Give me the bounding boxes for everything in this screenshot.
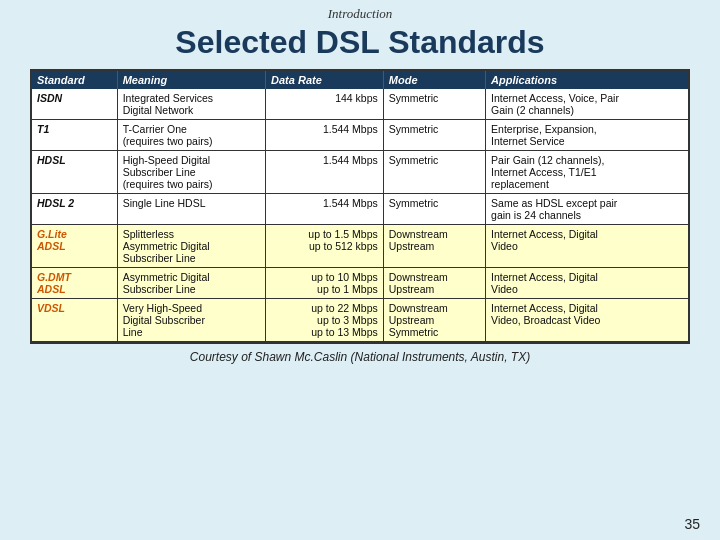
cell-applications: Internet Access, Digital Video, Broadcas… bbox=[486, 299, 688, 342]
cell-standard: ISDN bbox=[32, 89, 117, 120]
cell-standard: HDSL bbox=[32, 151, 117, 194]
cell-standard: T1 bbox=[32, 120, 117, 151]
cell-data-rate: 1.544 Mbps bbox=[266, 151, 384, 194]
cell-mode: Symmetric bbox=[383, 89, 485, 120]
cell-applications: Internet Access, Digital Video bbox=[486, 268, 688, 299]
cell-meaning: Integrated Services Digital Network bbox=[117, 89, 265, 120]
table-row: T1T-Carrier One (requires two pairs)1.54… bbox=[32, 120, 688, 151]
page-container: Introduction Selected DSL Standards Stan… bbox=[0, 0, 720, 540]
cell-meaning: Splitterless Asymmetric Digital Subscrib… bbox=[117, 225, 265, 268]
col-header-applications: Applications bbox=[486, 71, 688, 89]
table-row: G.DMT ADSLAsymmetric Digital Subscriber … bbox=[32, 268, 688, 299]
cell-mode: Symmetric bbox=[383, 194, 485, 225]
standards-table: Standard Meaning Data Rate Mode Applicat… bbox=[32, 71, 688, 342]
cell-applications: Same as HDSL except pair gain is 24 chan… bbox=[486, 194, 688, 225]
page-number: 35 bbox=[684, 516, 700, 532]
cell-standard: G.DMT ADSL bbox=[32, 268, 117, 299]
cell-mode: Symmetric bbox=[383, 120, 485, 151]
cell-mode: Downstream Upstream Symmetric bbox=[383, 299, 485, 342]
intro-label: Introduction bbox=[328, 6, 393, 22]
cell-data-rate: up to 1.5 Mbps up to 512 kbps bbox=[266, 225, 384, 268]
table-row: HDSLHigh-Speed Digital Subscriber Line (… bbox=[32, 151, 688, 194]
cell-applications: Enterprise, Expansion, Internet Service bbox=[486, 120, 688, 151]
cell-standard: G.Lite ADSL bbox=[32, 225, 117, 268]
cell-applications: Internet Access, Digital Video bbox=[486, 225, 688, 268]
cell-meaning: Single Line HDSL bbox=[117, 194, 265, 225]
cell-mode: Downstream Upstream bbox=[383, 268, 485, 299]
cell-data-rate: up to 10 Mbps up to 1 Mbps bbox=[266, 268, 384, 299]
cell-data-rate: 1.544 Mbps bbox=[266, 194, 384, 225]
page-title: Selected DSL Standards bbox=[175, 24, 544, 61]
table-row: HDSL 2Single Line HDSL1.544 MbpsSymmetri… bbox=[32, 194, 688, 225]
cell-data-rate: 1.544 Mbps bbox=[266, 120, 384, 151]
cell-meaning: T-Carrier One (requires two pairs) bbox=[117, 120, 265, 151]
col-header-mode: Mode bbox=[383, 71, 485, 89]
cell-mode: Downstream Upstream bbox=[383, 225, 485, 268]
cell-standard: VDSL bbox=[32, 299, 117, 342]
table-header-row: Standard Meaning Data Rate Mode Applicat… bbox=[32, 71, 688, 89]
cell-mode: Symmetric bbox=[383, 151, 485, 194]
cell-data-rate: 144 kbps bbox=[266, 89, 384, 120]
col-header-data-rate: Data Rate bbox=[266, 71, 384, 89]
col-header-meaning: Meaning bbox=[117, 71, 265, 89]
table-row: VDSLVery High-Speed Digital Subscriber L… bbox=[32, 299, 688, 342]
cell-meaning: High-Speed Digital Subscriber Line (requ… bbox=[117, 151, 265, 194]
col-header-standard: Standard bbox=[32, 71, 117, 89]
footer-courtesy: Courtesy of Shawn Mc.Caslin (National In… bbox=[190, 350, 530, 364]
table-row: G.Lite ADSLSplitterless Asymmetric Digit… bbox=[32, 225, 688, 268]
cell-standard: HDSL 2 bbox=[32, 194, 117, 225]
cell-meaning: Very High-Speed Digital Subscriber Line bbox=[117, 299, 265, 342]
cell-applications: Pair Gain (12 channels), Internet Access… bbox=[486, 151, 688, 194]
cell-data-rate: up to 22 Mbps up to 3 Mbps up to 13 Mbps bbox=[266, 299, 384, 342]
table-row: ISDNIntegrated Services Digital Network1… bbox=[32, 89, 688, 120]
standards-table-wrapper: Standard Meaning Data Rate Mode Applicat… bbox=[30, 69, 690, 344]
cell-applications: Internet Access, Voice, Pair Gain (2 cha… bbox=[486, 89, 688, 120]
cell-meaning: Asymmetric Digital Subscriber Line bbox=[117, 268, 265, 299]
